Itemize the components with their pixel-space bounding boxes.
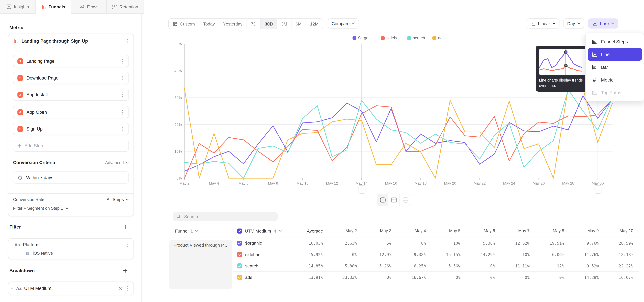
menu-item-metric[interactable]: # Metric xyxy=(588,74,642,86)
layout-chart-only-button[interactable] xyxy=(388,194,400,206)
filter-section-heading: Filter xyxy=(10,224,123,230)
date-column-header: May 7 xyxy=(498,228,533,233)
filter-property: Platform xyxy=(23,242,122,247)
scale-dropdown[interactable]: Linear xyxy=(527,18,560,28)
scale-label: Linear xyxy=(538,21,550,26)
tab-funnels[interactable]: Funnels xyxy=(36,0,71,14)
chart-type-label: Line xyxy=(600,21,609,26)
date-range-30d[interactable]: 30D xyxy=(261,19,277,29)
series-checkbox[interactable] xyxy=(237,264,242,268)
svg-text:May 24: May 24 xyxy=(503,181,515,186)
advanced-dropdown[interactable]: Advanced xyxy=(105,160,129,165)
compare-button[interactable]: Compare xyxy=(328,18,359,28)
legend-swatch xyxy=(432,36,436,40)
date-column-header: May 5 xyxy=(429,228,464,233)
menu-item-bar[interactable]: Bar xyxy=(588,61,642,74)
calendar-icon xyxy=(173,22,178,26)
advanced-label: Advanced xyxy=(105,160,124,165)
average-value: 14.85% xyxy=(284,264,326,268)
funnel-step-5[interactable]: 5 Sign Up xyxy=(13,123,129,135)
granularity-dropdown[interactable]: Day xyxy=(563,18,584,28)
funnel-step-2[interactable]: 2 Download Page xyxy=(13,72,129,84)
tab-insights[interactable]: Insights xyxy=(0,0,36,14)
menu-item-line[interactable]: Line xyxy=(588,48,642,61)
step-kebab-icon[interactable] xyxy=(120,92,125,97)
layout-table-only-button[interactable] xyxy=(400,194,411,206)
step-kebab-icon[interactable] xyxy=(120,110,125,114)
menu-item-top-paths[interactable]: Top Paths xyxy=(588,86,642,99)
drag-handle-icon[interactable] xyxy=(11,287,14,290)
date-range-label: Custom xyxy=(180,21,195,26)
date-range-yesterday[interactable]: Yesterday xyxy=(219,19,247,29)
date-range-today[interactable]: Today xyxy=(199,19,219,29)
funnel-name-cell[interactable]: Product Viewed through P... xyxy=(170,240,232,289)
date-column-header: May 3 xyxy=(360,228,395,233)
remove-breakdown-icon[interactable] xyxy=(118,286,122,290)
series-checkbox[interactable] xyxy=(237,240,242,246)
conversion-window[interactable]: Within 7 days xyxy=(13,172,129,184)
breakdown-column-dropdown[interactable]: UTM Medium 4 xyxy=(233,228,284,234)
card-divider xyxy=(8,193,134,194)
metric-kebab-icon[interactable] xyxy=(126,38,130,44)
funnel-step-1[interactable]: 1 Landing Page xyxy=(13,55,129,67)
linear-scale-icon xyxy=(531,21,536,26)
chart-type-dropdown[interactable]: Line xyxy=(588,18,618,28)
date-range-12m[interactable]: 12M xyxy=(306,19,323,29)
compare-label: Compare xyxy=(332,21,350,26)
funnel-step-3[interactable]: 3 App Install xyxy=(13,88,129,101)
date-range-6m[interactable]: 6M xyxy=(292,19,306,29)
series-name: sidebar xyxy=(245,252,260,257)
legend-item-organic[interactable]: $organic xyxy=(352,36,374,40)
property-type-icon: Aa xyxy=(14,242,20,247)
table-row[interactable]: ads 13.91% 33.33% 0% 16.67% 0% 0% 0% 0% … xyxy=(233,272,639,283)
add-step-button[interactable]: Add Step xyxy=(13,140,129,152)
filter-kebab-icon[interactable] xyxy=(125,242,130,247)
date-range-7d[interactable]: 7D xyxy=(247,19,261,29)
svg-text:May 20: May 20 xyxy=(444,181,456,186)
step-kebab-icon[interactable] xyxy=(120,126,125,131)
tab-flows[interactable]: Flows xyxy=(71,0,107,14)
step-kebab-icon[interactable] xyxy=(120,58,125,64)
table-search[interactable] xyxy=(173,212,278,221)
funnel-step-4[interactable]: 4 App Open xyxy=(13,106,129,118)
menu-item-funnel-steps[interactable]: Funnel Steps xyxy=(588,35,642,48)
step-label: Download Page xyxy=(26,75,117,80)
date-range-custom[interactable]: Custom xyxy=(169,19,199,29)
annotation-marker-may30[interactable]: 1 xyxy=(595,185,602,194)
series-checkbox[interactable] xyxy=(237,252,242,257)
search-input[interactable] xyxy=(184,214,274,219)
legend-item-sidebar[interactable]: sidebar xyxy=(381,36,400,40)
layout-split-view-button[interactable] xyxy=(377,194,388,206)
annotation-marker-may14[interactable]: 1 xyxy=(358,185,365,194)
add-breakdown-button[interactable] xyxy=(123,268,128,273)
legend-swatch xyxy=(381,36,384,40)
legend-item-ads[interactable]: ads xyxy=(432,36,444,40)
filter-segment-label: Filter + Segment on Step 1 xyxy=(13,206,63,211)
legend-item-search[interactable]: search xyxy=(407,36,425,40)
step-kebab-icon[interactable] xyxy=(120,75,125,80)
table-row[interactable]: sidebar 15.92% 0% 12.9% 9.38% 15.15% 14.… xyxy=(233,249,639,260)
breakdown-card[interactable]: Aa UTM Medium xyxy=(8,282,134,295)
date-range-3m[interactable]: 3M xyxy=(277,19,292,29)
breakdown-property: UTM Medium xyxy=(24,286,116,291)
tab-insights-label: Insights xyxy=(14,4,29,9)
line-chart-icon xyxy=(591,52,598,57)
funnel-column-dropdown[interactable]: Funnel 1 xyxy=(170,228,233,234)
filter-segment-dropdown[interactable]: Filter + Segment on Step 1 xyxy=(13,206,68,211)
conversion-window-value: Within 7 days xyxy=(26,175,125,180)
add-filter-button[interactable] xyxy=(123,225,128,229)
tab-retention-label: Retention xyxy=(120,4,138,9)
insights-icon xyxy=(6,4,12,10)
series-checkbox[interactable] xyxy=(237,275,242,280)
date-column-header: May 2 xyxy=(326,228,360,233)
breakdown-kebab-icon[interactable] xyxy=(125,286,130,291)
table-row[interactable]: $organic 16.03% 2.63% 5% 8% 10% 5.36% 12… xyxy=(233,238,639,249)
filter-card[interactable]: Aa Platform Is iOS Native xyxy=(8,238,134,260)
metric-title: Landing Page through Sign Up xyxy=(22,38,122,44)
filter-value[interactable]: iOS Native xyxy=(33,251,53,256)
tab-retention[interactable]: Retention xyxy=(107,0,144,14)
breakdown-checkbox[interactable] xyxy=(237,228,242,234)
conversion-rate-dropdown[interactable]: All Steps xyxy=(106,197,129,202)
table-row[interactable]: search 14.85% 5.88% 5.26% 6.25% 5.56% 0%… xyxy=(233,260,639,272)
svg-text:May 22: May 22 xyxy=(474,181,486,186)
